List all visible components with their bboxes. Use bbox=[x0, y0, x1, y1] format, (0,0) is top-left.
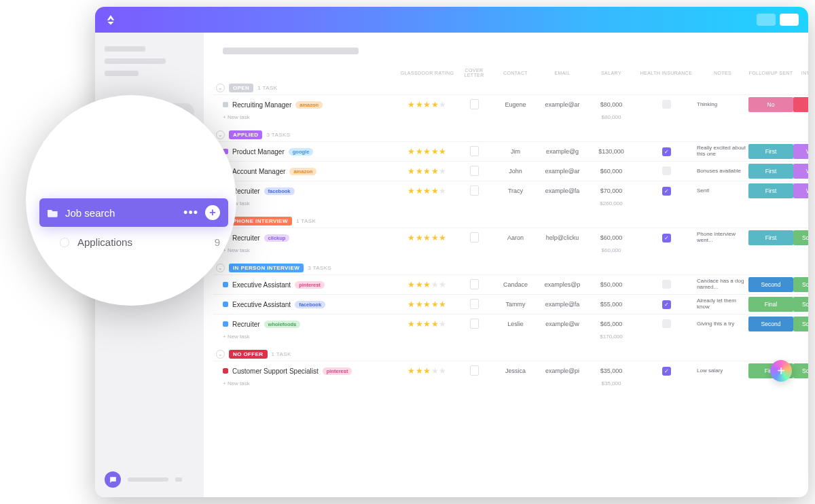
email-cell[interactable]: example@ar bbox=[538, 168, 587, 175]
collapse-icon[interactable]: ⌄ bbox=[216, 264, 225, 272]
interview-cell[interactable]: Waiting bbox=[793, 164, 808, 179]
group-header[interactable]: ⌄OPEN1 TASK bbox=[213, 82, 808, 94]
task-title[interactable]: Product Manager bbox=[232, 148, 285, 156]
followup-cell[interactable]: First bbox=[748, 144, 793, 159]
checkbox-icon[interactable]: ✓ bbox=[662, 187, 671, 196]
status-tag[interactable]: IN PERSON INTERVIEW bbox=[229, 264, 304, 272]
notes-cell[interactable]: Candace has a dog named... bbox=[697, 278, 748, 291]
notes-cell[interactable]: Phone interview went... bbox=[697, 232, 748, 244]
company-tag[interactable]: clickup bbox=[264, 234, 290, 242]
checkbox-icon[interactable]: ✓ bbox=[662, 300, 671, 309]
company-tag[interactable]: google bbox=[289, 148, 314, 156]
cover-letter-cell[interactable] bbox=[455, 146, 493, 158]
col-salary[interactable]: SALARY bbox=[587, 71, 636, 75]
followup-cell[interactable]: No bbox=[748, 97, 793, 112]
notes-cell[interactable]: Already let them know bbox=[697, 298, 748, 310]
notes-cell[interactable]: Sent! bbox=[697, 188, 748, 194]
new-task-button[interactable]: + New task bbox=[223, 247, 399, 253]
company-tag[interactable]: pinterest bbox=[295, 281, 325, 289]
checkbox-icon[interactable] bbox=[662, 100, 671, 109]
status-tag[interactable]: OPEN bbox=[229, 84, 253, 92]
interview-cell[interactable]: Scheduled bbox=[793, 230, 808, 245]
task-row[interactable]: Product Managergoogle★★★★★Jimexample@g$1… bbox=[213, 141, 808, 161]
company-tag[interactable]: pinterest bbox=[323, 367, 352, 375]
col-health[interactable]: HEALTH INSURANCE bbox=[636, 71, 697, 75]
followup-cell[interactable]: Second bbox=[748, 317, 793, 331]
task-title[interactable]: Recruiter bbox=[232, 234, 260, 242]
col-interview[interactable]: INTERVIEW bbox=[793, 71, 808, 75]
group-header[interactable]: ⌄NO OFFER1 TASK bbox=[213, 348, 808, 361]
task-row[interactable]: Executive Assistantpinterest★★★★★Candace… bbox=[213, 274, 808, 294]
email-cell[interactable]: example@g bbox=[538, 148, 587, 155]
notes-cell[interactable]: Low salary bbox=[697, 368, 748, 374]
task-title[interactable]: Recruiter bbox=[232, 187, 260, 195]
salary-cell[interactable]: $55,000 bbox=[587, 301, 636, 308]
salary-cell[interactable]: $60,000 bbox=[587, 234, 636, 241]
health-insurance-cell[interactable] bbox=[636, 100, 697, 110]
chat-icon[interactable] bbox=[105, 471, 121, 488]
health-insurance-cell[interactable]: ✓ bbox=[636, 187, 697, 196]
followup-cell[interactable]: First bbox=[748, 183, 793, 198]
checkbox-icon[interactable]: ✓ bbox=[662, 367, 671, 376]
email-cell[interactable]: example@fa bbox=[538, 301, 587, 308]
task-row[interactable]: Executive Assistantfacebook★★★★★Tammyexa… bbox=[213, 294, 808, 314]
glassdoor-rating[interactable]: ★★★★★ bbox=[399, 280, 455, 289]
col-glassdoor[interactable]: GLASSDOOR RATING bbox=[399, 71, 455, 75]
email-cell[interactable]: example@fa bbox=[538, 187, 587, 194]
company-tag[interactable]: facebook bbox=[295, 301, 325, 308]
task-title[interactable]: Customer Support Specialist bbox=[232, 367, 319, 375]
email-cell[interactable]: example@ar bbox=[538, 101, 587, 108]
task-row[interactable]: Recruiting Manageramazon★★★★★Eugeneexamp… bbox=[213, 94, 808, 114]
notes-cell[interactable]: Really excited about this one bbox=[697, 145, 748, 158]
cover-letter-cell[interactable] bbox=[455, 319, 493, 330]
contact-cell[interactable]: Tracy bbox=[493, 187, 538, 194]
glassdoor-rating[interactable]: ★★★★★ bbox=[399, 147, 455, 156]
status-dot-icon[interactable] bbox=[223, 102, 228, 107]
interview-cell[interactable]: Scheduled bbox=[793, 317, 808, 331]
contact-cell[interactable]: Tammy bbox=[493, 301, 538, 308]
salary-cell[interactable]: $70,000 bbox=[587, 187, 636, 194]
status-dot-icon[interactable] bbox=[223, 282, 228, 287]
contact-cell[interactable]: Aaron bbox=[493, 234, 538, 241]
health-insurance-cell[interactable]: ✓ bbox=[636, 367, 697, 376]
task-title[interactable]: Account Manager bbox=[232, 168, 285, 175]
checkbox-icon[interactable] bbox=[662, 166, 671, 175]
email-cell[interactable]: examples@p bbox=[538, 281, 587, 288]
notes-cell[interactable]: Thinking bbox=[697, 102, 748, 108]
glassdoor-rating[interactable]: ★★★★★ bbox=[399, 300, 455, 309]
task-title[interactable]: Recruiting Manager bbox=[232, 101, 291, 109]
contact-cell[interactable]: Jim bbox=[493, 148, 538, 155]
contact-cell[interactable]: Jessica bbox=[493, 367, 538, 374]
glassdoor-rating[interactable]: ★★★★★ bbox=[399, 166, 455, 176]
new-task-button[interactable]: + New task bbox=[223, 380, 399, 386]
cover-letter-cell[interactable] bbox=[455, 365, 493, 377]
col-followup[interactable]: FOLLOWUP SENT bbox=[748, 71, 793, 75]
health-insurance-cell[interactable] bbox=[636, 319, 697, 329]
interview-cell[interactable]: No bbox=[793, 97, 808, 112]
task-row[interactable]: Recruiterfacebook★★★★★Tracyexample@fa$70… bbox=[213, 181, 808, 200]
task-row[interactable]: Recruiterwholefoods★★★★★Leslieexample@w$… bbox=[213, 314, 808, 334]
salary-cell[interactable]: $35,000 bbox=[587, 367, 636, 374]
group-header[interactable]: ⌄IN PERSON INTERVIEW3 TASKS bbox=[213, 262, 808, 274]
status-tag[interactable]: NO OFFER bbox=[229, 350, 268, 359]
cover-letter-cell[interactable] bbox=[455, 99, 493, 111]
checkbox-icon[interactable]: ✓ bbox=[662, 147, 671, 156]
glassdoor-rating[interactable]: ★★★★★ bbox=[399, 100, 455, 109]
quick-create-fab[interactable]: + bbox=[770, 360, 792, 382]
window-control[interactable] bbox=[780, 14, 799, 26]
company-tag[interactable]: wholefoods bbox=[264, 321, 301, 328]
health-insurance-cell[interactable]: ✓ bbox=[636, 147, 697, 156]
salary-cell[interactable]: $50,000 bbox=[587, 281, 636, 288]
group-header[interactable]: ⌄PHONE INTERVIEW1 TASK bbox=[213, 215, 808, 228]
health-insurance-cell[interactable]: ✓ bbox=[636, 234, 697, 242]
col-contact[interactable]: CONTACT bbox=[493, 71, 538, 75]
collapse-icon[interactable]: ⌄ bbox=[216, 130, 225, 139]
glassdoor-rating[interactable]: ★★★★★ bbox=[399, 233, 455, 242]
interview-cell[interactable]: Scheduled bbox=[793, 277, 808, 292]
checkbox-icon[interactable]: ✓ bbox=[662, 234, 671, 242]
checkbox-icon[interactable] bbox=[662, 319, 671, 328]
followup-cell[interactable]: Second bbox=[748, 277, 793, 292]
company-tag[interactable]: facebook bbox=[264, 187, 295, 195]
status-dot-icon[interactable] bbox=[223, 302, 228, 307]
sidebar-list-row[interactable]: Applications 9 bbox=[39, 227, 228, 248]
